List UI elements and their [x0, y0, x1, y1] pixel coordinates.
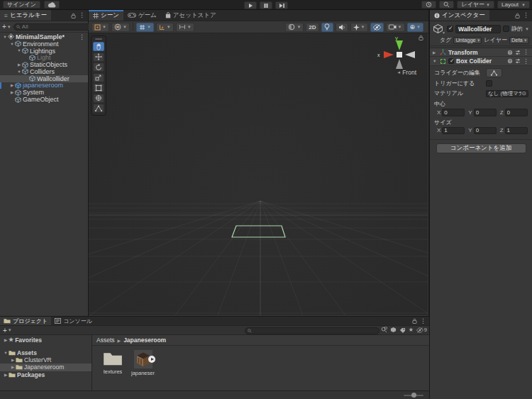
project-folder-packages[interactable]: ▶Packages	[0, 371, 92, 378]
layer-dropdown[interactable]: Defa▼	[509, 37, 529, 44]
static-checkbox[interactable]	[503, 26, 509, 32]
center-z-field[interactable]	[505, 109, 528, 116]
foldout-arrow-icon[interactable]: ▶	[9, 90, 15, 94]
step-button[interactable]	[275, 1, 288, 9]
signin-button[interactable]: サインイン	[3, 1, 40, 9]
move-tool-button[interactable]	[93, 53, 104, 62]
hierarchy-item-wallcollider[interactable]: Wallcollider	[0, 75, 88, 82]
help-icon[interactable]: ?	[507, 50, 513, 55]
edit-collider-button[interactable]	[486, 68, 502, 77]
snap-increment-button[interactable]: ▼	[156, 23, 174, 32]
panel-menu-icon[interactable]: ⋮	[523, 12, 529, 18]
scene-viewport[interactable]: y x ◄ Front	[89, 33, 428, 315]
pause-button[interactable]	[260, 1, 272, 9]
lock-icon[interactable]	[412, 318, 417, 324]
gameobject-icon[interactable]: ▼	[433, 23, 445, 34]
globe-button[interactable]: ▼	[111, 23, 130, 32]
add-object-button[interactable]: +▼	[2, 23, 11, 31]
tab-hierarchy[interactable]: ≡ ヒエラルキー	[0, 10, 51, 21]
tag-dropdown[interactable]: Untagge▼	[453, 37, 482, 44]
center-x-field[interactable]	[442, 109, 465, 116]
preview-play-icon[interactable]	[148, 356, 155, 363]
breadcrumb-current[interactable]: Japaneseroom	[123, 337, 166, 344]
global-search-button[interactable]	[439, 1, 454, 9]
panel-menu-icon[interactable]: ⋮	[420, 318, 426, 324]
scene-camera-button[interactable]: ▼	[386, 23, 405, 32]
center-y-field[interactable]	[474, 109, 497, 116]
chevron-down-icon[interactable]: ▼	[525, 27, 529, 31]
material-object-field[interactable]: なし (物理マテリ ⊙	[486, 90, 528, 97]
presets-icon[interactable]	[515, 58, 521, 64]
tab-[interactable]: シーン	[89, 10, 123, 21]
project-folder-assets[interactable]: ▼Assets	[0, 349, 92, 356]
component-enabled-checkbox[interactable]	[448, 58, 454, 64]
transform-component-header[interactable]: ▶ Transform ? ⋮	[430, 48, 532, 57]
foldout-arrow-icon[interactable]: ▼	[16, 48, 22, 53]
project-folder-clustervr[interactable]: ▶ClusterVR	[0, 356, 92, 364]
tab-[interactable]: アセットストア	[161, 10, 221, 21]
project-folder-favorites[interactable]: ▶★Favorites	[0, 337, 92, 344]
visibility-button[interactable]	[370, 23, 384, 32]
layout-dropdown[interactable]: Layout▼	[497, 1, 530, 9]
cloud-services-button[interactable]	[44, 1, 60, 9]
package-visibility-icon[interactable]	[390, 327, 397, 333]
project-search-input[interactable]	[253, 327, 377, 334]
hierarchy-item-system[interactable]: ▶System	[0, 89, 88, 96]
view-orientation-label[interactable]: ◄ Front	[397, 69, 416, 76]
rotate-tool-button[interactable]	[93, 62, 104, 72]
foldout-arrow-icon[interactable]: ▼	[16, 70, 22, 74]
add-component-button[interactable]: コンポーネントを追加	[436, 143, 526, 153]
transform-tool-button[interactable]	[93, 94, 104, 103]
favorite-star-icon[interactable]: ★	[409, 327, 414, 333]
foldout-arrow-icon[interactable]: ▶	[16, 62, 22, 67]
foldout-arrow-icon[interactable]: ▼	[9, 42, 15, 46]
hierarchy-item-colliders[interactable]: ▼Colliders	[0, 68, 88, 75]
undo-history-button[interactable]	[421, 1, 436, 9]
hierarchy-item-lightings[interactable]: ▼Lightings	[0, 48, 88, 55]
scene-light-button[interactable]	[321, 23, 333, 32]
active-checkbox[interactable]	[447, 26, 453, 32]
help-icon[interactable]: ?	[507, 58, 513, 64]
shading-button[interactable]: ▼	[285, 23, 304, 32]
tab-[interactable]: コンソール	[51, 317, 96, 325]
foldout-arrow-icon[interactable]: ▼	[2, 35, 8, 39]
foldout-arrow-icon[interactable]: ▶	[10, 365, 16, 369]
project-folder-japaneseroom[interactable]: ▶Japaneseroom	[0, 364, 92, 371]
scene-menu-icon[interactable]: ⋮	[79, 33, 88, 40]
lock-icon[interactable]	[419, 35, 423, 40]
foldout-arrow-icon[interactable]: ▶	[9, 83, 15, 87]
filter-by-type-icon[interactable]	[381, 327, 387, 333]
play-button[interactable]	[244, 1, 257, 9]
tab-inspector[interactable]: インスペクター	[430, 10, 489, 21]
effects-button[interactable]: ▼	[350, 23, 368, 32]
hierarchy-item-light[interactable]: Light	[0, 54, 88, 61]
hierarchy-item-japaneseroom[interactable]: ▶japaneseroom	[0, 82, 88, 89]
foldout-arrow-icon[interactable]: ▼	[3, 351, 9, 355]
panel-menu-icon[interactable]: ⋮	[79, 12, 85, 18]
tab-[interactable]: ゲーム	[123, 10, 161, 21]
foldout-arrow-icon[interactable]: ▼	[433, 59, 438, 63]
tab-[interactable]: プロジェクト	[0, 317, 51, 325]
label-icon[interactable]	[399, 327, 406, 333]
hierarchy-item-gameobject[interactable]: GameObject	[0, 96, 88, 103]
lock-icon[interactable]	[515, 13, 520, 18]
thumbnail-size-slider[interactable]	[404, 392, 423, 399]
component-menu-icon[interactable]: ⋮	[523, 58, 529, 65]
asset-item-textures[interactable]: textures	[102, 350, 123, 390]
audio-button[interactable]	[336, 23, 348, 32]
rect-tool-button[interactable]	[93, 83, 104, 92]
2d-toggle-button[interactable]: 2D	[306, 23, 318, 32]
foldout-arrow-icon[interactable]: ▶	[433, 50, 438, 55]
custom-tool-button[interactable]	[93, 104, 104, 113]
foldout-arrow-icon[interactable]: ▶	[10, 358, 16, 362]
scale-tool-button[interactable]	[93, 73, 104, 82]
overlay-drag-handle[interactable]	[95, 38, 102, 40]
snap-grid-button[interactable]: ▼	[136, 23, 154, 32]
hierarchy-item-staticobjects[interactable]: ▶StaticObjects	[0, 61, 88, 68]
size-z-field[interactable]	[505, 127, 528, 135]
object-name-field[interactable]	[455, 25, 501, 33]
component-menu-icon[interactable]: ⋮	[523, 49, 529, 55]
project-search[interactable]	[245, 327, 379, 334]
breadcrumb-root[interactable]: Assets	[96, 337, 115, 344]
presets-icon[interactable]	[515, 50, 521, 55]
